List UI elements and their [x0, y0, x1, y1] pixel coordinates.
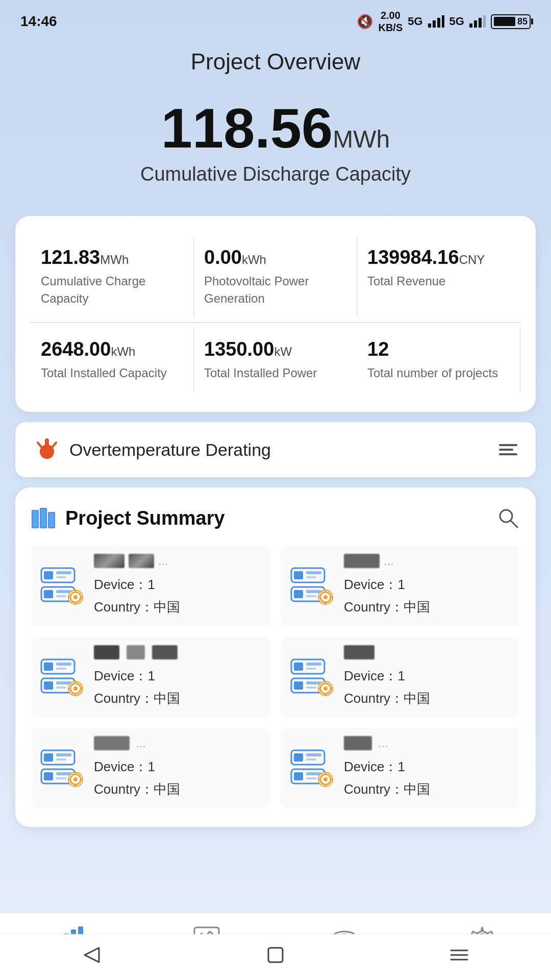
svg-rect-67	[306, 663, 321, 666]
svg-point-18	[500, 510, 512, 522]
svg-rect-36	[294, 571, 303, 579]
mute-icon: 🔇	[357, 14, 373, 30]
svg-rect-9	[45, 438, 49, 447]
svg-rect-51	[44, 663, 53, 671]
back-button[interactable]	[71, 940, 112, 970]
svg-rect-72	[306, 687, 316, 689]
svg-rect-101	[306, 772, 321, 775]
svg-rect-17	[49, 513, 54, 527]
svg-rect-68	[306, 668, 316, 670]
alert-icon	[34, 436, 60, 463]
project-device-icon-0	[39, 566, 85, 606]
speed-indicator: 2.00KB/S	[378, 9, 403, 34]
svg-rect-6	[479, 18, 482, 28]
project-item-4[interactable]: ... Device：1 Country：中国	[31, 728, 270, 808]
svg-rect-21	[44, 571, 53, 579]
project-item-5[interactable]: ... Device：1 Country：中国	[281, 728, 520, 808]
signal-bars-1	[428, 15, 444, 28]
svg-rect-13	[33, 511, 38, 527]
project-info-2: Device：1 Country：中国	[94, 645, 262, 709]
svg-rect-82	[56, 753, 71, 756]
stats-separator	[31, 322, 520, 323]
project-summary-card: Project Summary	[15, 487, 536, 827]
svg-rect-66	[294, 663, 303, 671]
svg-rect-5	[474, 20, 477, 28]
svg-rect-98	[306, 758, 316, 761]
svg-rect-56	[56, 681, 71, 684]
svg-marker-123	[85, 948, 99, 962]
network-5g-1: 5G	[408, 15, 422, 28]
svg-point-60	[73, 687, 78, 691]
alert-label: Overtemperature Derating	[69, 440, 271, 460]
search-button[interactable]	[496, 506, 520, 530]
svg-rect-55	[44, 681, 53, 690]
svg-rect-2	[437, 18, 440, 28]
svg-rect-25	[44, 590, 53, 598]
stats-grid: 121.83MWh Cumulative Charge Capacity 0.0…	[31, 236, 520, 391]
svg-rect-27	[56, 595, 66, 597]
svg-rect-96	[294, 753, 303, 762]
project-item-1[interactable]: ... Device：1 Country：中国	[281, 546, 520, 626]
svg-rect-4	[469, 23, 472, 28]
project-item-2[interactable]: Device：1 Country：中国	[31, 637, 270, 718]
project-info-5: ... Device：1 Country：中国	[344, 736, 512, 800]
recents-button[interactable]	[439, 940, 480, 970]
stat-cell-5: 12 Total number of projects	[357, 328, 520, 392]
stat-value-2: 139984.16CNY	[367, 247, 510, 268]
signal-bars-2	[469, 15, 486, 28]
project-device-icon-5	[289, 748, 335, 789]
battery-indicator: 85	[491, 14, 531, 29]
books-icon	[31, 506, 57, 530]
page-title: Project Overview	[0, 39, 551, 90]
stat-cell-4: 1350.00kW Total Installed Power	[194, 328, 357, 392]
summary-header: Project Summary	[31, 506, 520, 530]
project-device-icon-2	[39, 657, 85, 698]
svg-rect-86	[56, 772, 71, 775]
svg-point-105	[323, 777, 328, 781]
stat-label-5: Total number of projects	[367, 364, 510, 382]
svg-point-90	[73, 777, 78, 781]
alert-banner[interactable]: Overtemperature Derating	[15, 422, 536, 477]
project-device-icon-1	[289, 566, 335, 606]
svg-rect-97	[306, 753, 321, 756]
svg-rect-26	[56, 590, 71, 593]
stat-label-1: Photovoltaic Power Generation	[204, 273, 346, 307]
list-menu-icon[interactable]	[499, 444, 517, 455]
svg-rect-41	[306, 590, 321, 593]
svg-rect-102	[306, 777, 316, 779]
svg-rect-81	[44, 753, 53, 762]
project-grid: ... Device：1 Country：中国	[31, 546, 520, 808]
alert-content: Overtemperature Derating	[34, 436, 271, 463]
stat-value-1: 0.00kWh	[204, 247, 346, 268]
stat-value-3: 2648.00kWh	[41, 338, 183, 360]
svg-rect-57	[56, 687, 66, 689]
svg-rect-83	[56, 758, 66, 761]
project-country-label-0: Country：	[94, 599, 154, 615]
svg-rect-3	[442, 15, 444, 28]
project-device-label-0: Device：	[94, 577, 147, 592]
svg-rect-7	[483, 15, 486, 28]
svg-rect-53	[56, 668, 66, 670]
stat-value-0: 121.83MWh	[41, 247, 183, 268]
hero-label: Cumulative Discharge Capacity	[0, 163, 551, 185]
time: 14:46	[20, 13, 57, 30]
system-nav-bar	[0, 934, 551, 980]
stat-label-4: Total Installed Power	[204, 364, 347, 382]
svg-line-19	[511, 521, 517, 527]
stat-value-5: 12	[367, 338, 510, 360]
project-country-val-0: 中国	[154, 599, 180, 615]
svg-rect-15	[41, 509, 46, 527]
project-device-val-0: 1	[147, 577, 155, 592]
project-device-icon-4	[39, 748, 85, 789]
project-item-3[interactable]: Device：1 Country：中国	[281, 637, 520, 718]
hero-unit: MWh	[333, 126, 390, 153]
svg-rect-22	[56, 571, 71, 574]
home-button[interactable]	[255, 940, 296, 970]
svg-rect-70	[294, 681, 303, 690]
stat-value-4: 1350.00kW	[204, 338, 347, 360]
stats-card: 121.83MWh Cumulative Charge Capacity 0.0…	[15, 216, 536, 412]
svg-rect-1	[433, 20, 436, 28]
svg-rect-38	[306, 576, 316, 578]
stat-cell-0: 121.83MWh Cumulative Charge Capacity	[31, 236, 194, 317]
project-item-0[interactable]: ... Device：1 Country：中国	[31, 546, 270, 626]
